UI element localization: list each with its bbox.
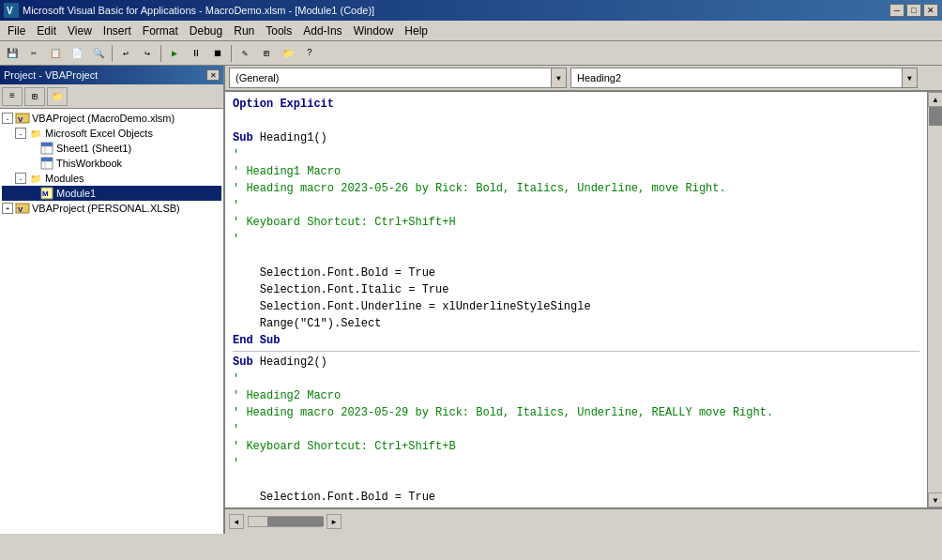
toolbar-undo[interactable]: ↩: [115, 43, 136, 64]
object-combo[interactable]: (General) ▼: [229, 68, 567, 88]
tree-label: VBAProject (MacroDemo.xlsm): [32, 113, 175, 124]
toolbar-copy[interactable]: 📋: [45, 43, 66, 64]
folder-icon: 📁: [28, 127, 43, 140]
svg-rect-5: [41, 143, 53, 146]
tree-item-vbaproject-personal[interactable]: + V VBAProject (PERSONAL.XLSB): [2, 201, 221, 216]
code-line: [233, 351, 919, 352]
project-title: Project - VBAProject: [4, 69, 98, 81]
code-scroll-area[interactable]: Option Explicit Sub Heading1()'' Heading…: [225, 92, 927, 507]
tree-item-sheet1[interactable]: Sheet1 (Sheet1): [2, 141, 221, 156]
project-toolbar: ≡ ⊞ 📁: [0, 84, 223, 109]
menu-tools[interactable]: Tools: [260, 23, 297, 39]
svg-text:V: V: [18, 205, 23, 214]
code-panel: (General) ▼ Heading2 ▼ Option Explicit S…: [225, 66, 942, 534]
code-line: Range("C1").Select: [233, 315, 919, 332]
toolbar-paste[interactable]: 📄: [67, 43, 87, 64]
proj-view-code[interactable]: ≡: [2, 87, 23, 106]
tree-label: VBAProject (PERSONAL.XLSB): [32, 203, 180, 214]
tree-item-vbaproject-macro[interactable]: - V VBAProject (MacroDemo.xlsm): [2, 111, 221, 126]
menu-bar: File Edit View Insert Format Debug Run T…: [0, 21, 942, 41]
vertical-scrollbar[interactable]: ▲ ▼: [927, 92, 942, 507]
expand-icon[interactable]: -: [2, 113, 13, 124]
procedure-combo[interactable]: Heading2 ▼: [570, 68, 918, 88]
code-line: Sub Heading1(): [233, 129, 919, 146]
scroll-track[interactable]: [928, 107, 942, 492]
svg-rect-9: [41, 158, 53, 161]
toolbar-break[interactable]: ⏸: [186, 43, 206, 64]
toolbar-reset[interactable]: ⏹: [207, 43, 228, 64]
code-line: Selection.Font.Bold = True: [233, 489, 919, 506]
code-line: Selection.Font.Underline = xlUnderlineSt…: [233, 298, 919, 315]
code-line: ' Keyboard Shortcut: Ctrl+Shift+H: [233, 214, 919, 231]
menu-addins[interactable]: Add-Ins: [297, 23, 347, 39]
tree-item-module1[interactable]: M Module1: [2, 186, 221, 201]
object-combo-text: (General): [230, 72, 551, 83]
proj-view-object[interactable]: ⊞: [24, 87, 45, 106]
hscroll-thumb[interactable]: [267, 517, 324, 526]
expand-icon[interactable]: -: [15, 128, 26, 139]
procedure-combo-arrow[interactable]: ▼: [902, 68, 917, 87]
toolbar-run[interactable]: ▶: [164, 43, 185, 64]
vba-project-icon: V: [15, 112, 30, 125]
vba-project-personal-icon: V: [15, 202, 30, 215]
menu-file[interactable]: File: [2, 23, 31, 39]
menu-format[interactable]: Format: [137, 23, 184, 39]
toolbar: 💾 ✂ 📋 📄 🔍 ↩ ↪ ▶ ⏸ ⏹ ✎ ⊞ 📁 ?: [0, 41, 942, 66]
code-line: Selection.Font.Italic = True: [233, 281, 919, 298]
minimize-button[interactable]: ─: [889, 4, 904, 17]
toolbar-sep3: [231, 45, 232, 62]
code-line: [233, 248, 919, 265]
tree-item-excel-objects[interactable]: - 📁 Microsoft Excel Objects: [2, 126, 221, 141]
title-bar-controls: ─ □ ✕: [889, 4, 938, 17]
status-bar: ◄ ►: [225, 507, 942, 534]
sheet-icon: [39, 142, 54, 155]
menu-edit[interactable]: Edit: [31, 23, 62, 39]
tree-label: Module1: [56, 188, 96, 199]
close-button[interactable]: ✕: [923, 4, 938, 17]
toolbar-sep2: [160, 45, 161, 62]
menu-debug[interactable]: Debug: [184, 23, 228, 39]
hscroll-container: ◄ ►: [229, 514, 342, 529]
hscroll-track[interactable]: [248, 516, 323, 527]
expand-icon[interactable]: +: [2, 203, 13, 214]
code-line: ' Heading macro 2023-05-29 by Rick: Bold…: [233, 404, 919, 421]
menu-help[interactable]: Help: [399, 23, 433, 39]
menu-view[interactable]: View: [62, 23, 98, 39]
tree-item-thisworkbook[interactable]: ThisWorkbook: [2, 156, 221, 171]
code-line: [233, 113, 919, 129]
toolbar-help[interactable]: ?: [299, 43, 320, 64]
scroll-left-button[interactable]: ◄: [229, 514, 244, 529]
app-icon: V: [4, 3, 19, 18]
toolbar-cut[interactable]: ✂: [23, 43, 44, 64]
toolbar-sep1: [112, 45, 113, 62]
code-line: ' Heading2 Macro: [233, 387, 919, 404]
object-combo-arrow[interactable]: ▼: [551, 68, 566, 87]
toolbar-props[interactable]: ⊞: [256, 43, 277, 64]
code-line: Selection.Font.Italic = True: [233, 506, 919, 507]
tree-item-modules[interactable]: - 📁 Modules: [2, 171, 221, 186]
tree-label: ThisWorkbook: [56, 158, 122, 169]
menu-window[interactable]: Window: [348, 23, 400, 39]
scroll-up-button[interactable]: ▲: [928, 92, 942, 107]
scroll-down-button[interactable]: ▼: [928, 492, 942, 507]
scroll-thumb[interactable]: [929, 107, 942, 126]
toolbar-design[interactable]: ✎: [235, 43, 255, 64]
code-line: ' Heading1 Macro: [233, 163, 919, 180]
menu-insert[interactable]: Insert: [98, 23, 137, 39]
code-line: Option Explicit: [233, 96, 919, 113]
scroll-right-button[interactable]: ►: [327, 514, 342, 529]
code-editor[interactable]: Option Explicit Sub Heading1()'' Heading…: [225, 92, 927, 507]
expand-icon[interactable]: -: [15, 173, 26, 184]
toolbar-project[interactable]: 📁: [278, 43, 298, 64]
code-line: End Sub: [233, 332, 919, 349]
toolbar-save[interactable]: 💾: [2, 43, 23, 64]
maximize-button[interactable]: □: [906, 4, 921, 17]
project-header: Project - VBAProject ✕: [0, 66, 223, 84]
project-close-button[interactable]: ✕: [206, 69, 220, 81]
toolbar-find[interactable]: 🔍: [88, 43, 109, 64]
modules-folder-icon: 📁: [28, 172, 43, 185]
proj-toggle-folders[interactable]: 📁: [47, 87, 68, 106]
toolbar-redo[interactable]: ↪: [137, 43, 158, 64]
menu-run[interactable]: Run: [228, 23, 260, 39]
code-line: ': [233, 231, 919, 248]
